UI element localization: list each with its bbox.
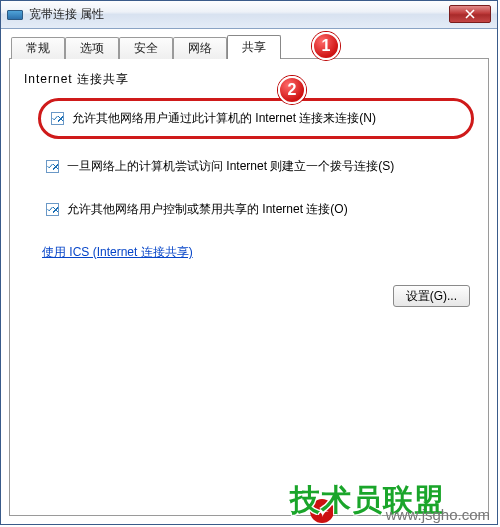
option-dial-on-demand[interactable]: 一旦网络上的计算机尝试访问 Internet 则建立一个拨号连接(S) xyxy=(38,151,474,182)
tab-options[interactable]: 选项 xyxy=(65,37,119,59)
titlebar[interactable]: 宽带连接 属性 xyxy=(1,1,497,29)
option-allow-others[interactable]: 允许其他网络用户通过此计算机的 Internet 连接来连接(N) xyxy=(38,98,474,139)
option-allow-control[interactable]: 允许其他网络用户控制或禁用共享的 Internet 连接(O) xyxy=(38,194,474,225)
tab-sharing[interactable]: 共享 xyxy=(227,35,281,59)
tab-security[interactable]: 安全 xyxy=(119,37,173,59)
option-dial-on-demand-label: 一旦网络上的计算机尝试访问 Internet 则建立一个拨号连接(S) xyxy=(67,157,394,176)
close-icon xyxy=(465,9,475,19)
ics-help-link[interactable]: 使用 ICS (Internet 连接共享) xyxy=(42,244,193,261)
dialog-window: 宽带连接 属性 常规 选项 安全 网络 共享 Internet 连接共享 允许其… xyxy=(0,0,498,525)
option-allow-control-label: 允许其他网络用户控制或禁用共享的 Internet 连接(O) xyxy=(67,200,348,219)
checkbox-dial-on-demand[interactable] xyxy=(46,160,59,173)
annotation-2: 2 xyxy=(278,76,306,104)
checkbox-allow-control[interactable] xyxy=(46,203,59,216)
client-area: 常规 选项 安全 网络 共享 Internet 连接共享 允许其他网络用户通过此… xyxy=(1,29,497,524)
tab-network[interactable]: 网络 xyxy=(173,37,227,59)
option-allow-others-label: 允许其他网络用户通过此计算机的 Internet 连接来连接(N) xyxy=(72,109,376,128)
connection-icon xyxy=(7,10,23,20)
group-label-ics: Internet 连接共享 xyxy=(24,71,474,88)
window-title: 宽带连接 属性 xyxy=(29,6,104,23)
settings-button[interactable]: 设置(G)... xyxy=(393,285,470,307)
tab-general[interactable]: 常规 xyxy=(11,37,65,59)
tabstrip: 常规 选项 安全 网络 共享 xyxy=(9,35,489,59)
watermark-url: www.jsgho.com xyxy=(386,506,490,523)
tabpage-sharing: Internet 连接共享 允许其他网络用户通过此计算机的 Internet 连… xyxy=(9,58,489,516)
checkbox-allow-others[interactable] xyxy=(51,112,64,125)
close-button[interactable] xyxy=(449,5,491,23)
annotation-1: 1 xyxy=(312,32,340,60)
